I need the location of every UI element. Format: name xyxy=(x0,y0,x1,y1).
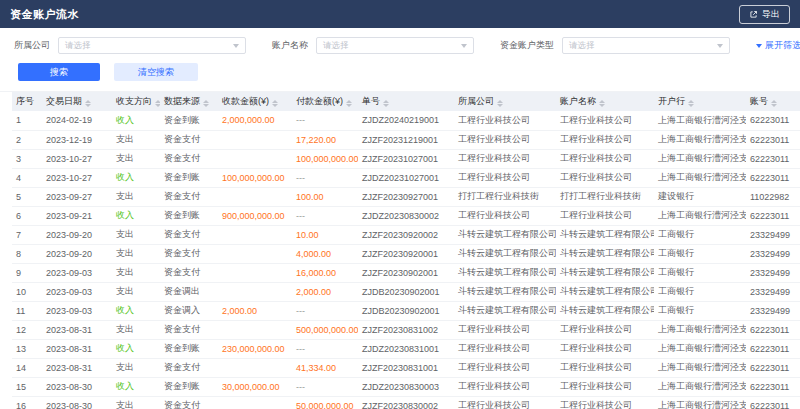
cell-pay-amount: 50,000,000.00 xyxy=(292,396,358,409)
table-row[interactable]: 52023-09-27支出资金支付100.00ZJZF20230927001打打… xyxy=(12,187,800,206)
cell-company: 工程行业科技公司 xyxy=(454,377,556,396)
cell-company: 工程行业科技公司 xyxy=(454,168,556,187)
cell-company: 工程行业科技公司 xyxy=(454,206,556,225)
table-body: 12024-02-19收入资金到账2,000,000.00---ZJDZ2024… xyxy=(12,111,800,409)
table-row[interactable]: 112023-09-03收入资金调入2,000.00---ZJDB2023090… xyxy=(12,301,800,320)
cell-date: 2023-09-21 xyxy=(42,206,112,225)
cell-account-name: 斗转云建筑工程有限公司 xyxy=(556,301,654,320)
table-row[interactable]: 82023-09-20支出资金支付4,000.00ZJZF20230920001… xyxy=(12,244,800,263)
column-header[interactable]: 单号 xyxy=(358,92,454,111)
cell-account-name: 斗转云建筑工程有限公司 xyxy=(556,225,654,244)
column-header[interactable]: 收款金额(¥) xyxy=(218,92,292,111)
cell-seq: 15 xyxy=(12,377,42,396)
cell-bank: 上海工商银行漕河泾支行 xyxy=(654,320,746,339)
table-row[interactable]: 92023-09-03支出资金支付16,000.00ZJZF2023090200… xyxy=(12,263,800,282)
column-header[interactable]: 收支方向 xyxy=(112,92,160,111)
cell-receive-amount xyxy=(218,282,292,301)
expand-filter-link[interactable]: 展开筛选 xyxy=(756,39,800,52)
cell-source: 资金支付 xyxy=(160,263,218,282)
cell-account-name: 工程行业科技公司 xyxy=(556,168,654,187)
cell-pay-amount: 100.00 xyxy=(292,187,358,206)
account-type-select-placeholder: 请选择 xyxy=(569,40,595,52)
table-row[interactable]: 102023-09-03支出资金调出2,000.00ZJDB2023090200… xyxy=(12,282,800,301)
cell-direction: 支出 xyxy=(112,396,160,409)
table-row[interactable]: 122023-08-31支出资金支付500,000,000.00ZJZF2023… xyxy=(12,320,800,339)
column-header[interactable]: 所属公司 xyxy=(454,92,556,111)
sort-icon[interactable] xyxy=(203,100,209,107)
cell-source: 资金支付 xyxy=(160,225,218,244)
cell-bank: 上海工商银行漕河泾支行 xyxy=(654,358,746,377)
sort-icon[interactable] xyxy=(599,100,605,107)
cell-order-no: ZJZF20230830002 xyxy=(358,396,454,409)
column-header[interactable]: 付款金额(¥) xyxy=(292,92,358,111)
cell-account-no: 11022982 xyxy=(746,187,800,206)
cell-direction: 收入 xyxy=(112,301,160,320)
cell-pay-amount: 10.00 xyxy=(292,225,358,244)
sort-icon[interactable] xyxy=(85,100,91,107)
transactions-table: 序号交易日期收支方向数据来源收款金额(¥)付款金额(¥)单号所属公司账户名称开户… xyxy=(12,92,800,409)
cell-receive-amount xyxy=(218,225,292,244)
cell-source: 资金支付 xyxy=(160,358,218,377)
cell-company: 工程行业科技公司 xyxy=(454,111,556,130)
cell-receive-amount: 2,000,000.00 xyxy=(218,111,292,130)
cell-account-name: 工程行业科技公司 xyxy=(556,111,654,130)
sort-icon[interactable] xyxy=(272,100,278,107)
filter-field-account-name: 账户名称 请选择 xyxy=(272,37,474,54)
table-row[interactable]: 62023-09-21收入资金到账900,000,000.00---ZJDZ20… xyxy=(12,206,800,225)
cell-pay-amount: --- xyxy=(292,301,358,320)
sort-icon[interactable] xyxy=(688,100,694,107)
table-row[interactable]: 162023-08-30支出资金支付50,000,000.00ZJZF20230… xyxy=(12,396,800,409)
sort-icon[interactable] xyxy=(497,100,503,107)
company-select[interactable]: 请选择 xyxy=(58,37,246,54)
cell-account-name: 打打工程行业科技街 xyxy=(556,187,654,206)
cell-bank: 上海工商银行漕河泾支行 xyxy=(654,339,746,358)
cell-company: 工程行业科技公司 xyxy=(454,358,556,377)
cell-source: 资金到账 xyxy=(160,168,218,187)
export-button[interactable]: 导出 xyxy=(739,5,790,24)
cell-order-no: ZJZF20230902001 xyxy=(358,263,454,282)
table-row[interactable]: 72023-09-20支出资金支付10.00ZJZF20230920002斗转云… xyxy=(12,225,800,244)
account-type-select[interactable]: 请选择 xyxy=(562,37,730,54)
column-header[interactable]: 数据来源 xyxy=(160,92,218,111)
column-header[interactable]: 账号 xyxy=(746,92,800,111)
cell-bank: 上海工商银行漕河泾支行 xyxy=(654,130,746,149)
cell-account-no: 62223011 xyxy=(746,358,800,377)
cell-direction: 支出 xyxy=(112,282,160,301)
cell-seq: 4 xyxy=(12,168,42,187)
cell-account-name: 工程行业科技公司 xyxy=(556,358,654,377)
cell-order-no: ZJDZ20230830002 xyxy=(358,206,454,225)
column-header[interactable]: 交易日期 xyxy=(42,92,112,111)
table-row[interactable]: 152023-08-30收入资金到账30,000,000.00---ZJDZ20… xyxy=(12,377,800,396)
cell-seq: 2 xyxy=(12,130,42,149)
cell-account-no: 23329499 xyxy=(746,301,800,320)
table-row[interactable]: 32023-10-27支出资金支付100,000,000.00ZJZF20231… xyxy=(12,149,800,168)
search-button[interactable]: 搜索 xyxy=(18,63,100,81)
table-row[interactable]: 132023-08-31收入资金到账230,000,000.00---ZJDZ2… xyxy=(12,339,800,358)
company-filter-label: 所属公司 xyxy=(14,39,50,52)
cell-receive-amount xyxy=(218,320,292,339)
cell-pay-amount: 41,334.00 xyxy=(292,358,358,377)
table-row[interactable]: 42023-10-27收入资金到账100,000,000.00---ZJDZ20… xyxy=(12,168,800,187)
sort-icon[interactable] xyxy=(155,100,160,107)
clear-search-button[interactable]: 清空搜索 xyxy=(114,63,198,81)
sort-icon[interactable] xyxy=(383,100,389,107)
table-row[interactable]: 142023-08-31支出资金支付41,334.00ZJZF202308310… xyxy=(12,358,800,377)
column-header[interactable]: 账户名称 xyxy=(556,92,654,111)
page-header: 资金账户流水 导出 xyxy=(0,0,800,28)
table-row[interactable]: 22023-12-19支出资金支付17,220.00ZJZF2023121900… xyxy=(12,130,800,149)
cell-seq: 8 xyxy=(12,244,42,263)
column-header[interactable]: 开户行 xyxy=(654,92,746,111)
cell-receive-amount xyxy=(218,244,292,263)
cell-date: 2023-09-20 xyxy=(42,244,112,263)
cell-pay-amount: 500,000,000.00 xyxy=(292,320,358,339)
cell-pay-amount: --- xyxy=(292,168,358,187)
cell-date: 2023-09-03 xyxy=(42,282,112,301)
table-row[interactable]: 12024-02-19收入资金到账2,000,000.00---ZJDZ2024… xyxy=(12,111,800,130)
sort-icon[interactable] xyxy=(771,100,777,107)
cell-receive-amount: 2,000.00 xyxy=(218,301,292,320)
cell-company: 工程行业科技公司 xyxy=(454,339,556,358)
export-button-label: 导出 xyxy=(762,8,780,21)
cell-order-no: ZJDZ20230831001 xyxy=(358,339,454,358)
account-name-select[interactable]: 请选择 xyxy=(316,37,474,54)
sort-icon[interactable] xyxy=(346,100,352,107)
